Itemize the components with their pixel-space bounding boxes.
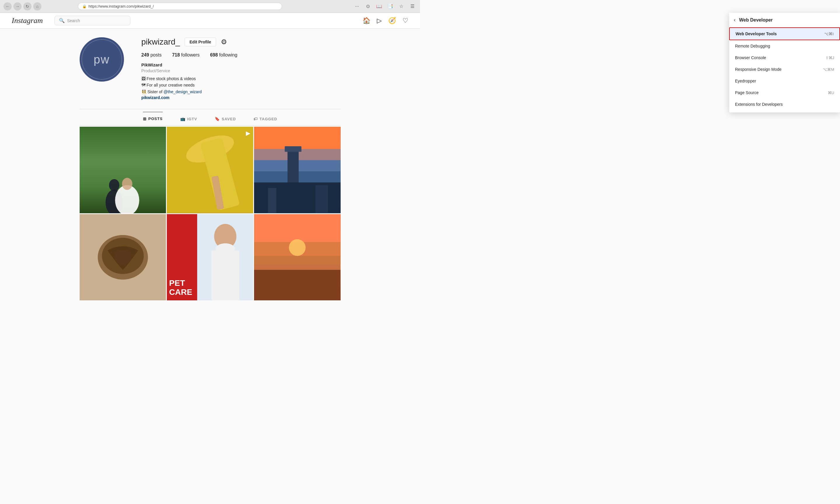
followers-label: followers — [181, 52, 200, 57]
search-bar[interactable]: 🔍 — [54, 16, 131, 25]
avatar: pw — [80, 37, 124, 82]
post-thumb-sunset[interactable] — [254, 214, 340, 300]
wedding-image — [80, 127, 166, 213]
username-row: pikwizard_ Edit Profile ⚙ — [141, 37, 341, 47]
nav-icons: 🏠 ▷ 🧭 ♡ — [362, 17, 408, 24]
page-wrapper: ← → ↻ ⌂ 🔒 https://www.instagram.com/pikw… — [0, 0, 420, 300]
svg-point-19 — [114, 250, 131, 264]
bookmark-button[interactable]: ☆ — [397, 2, 406, 11]
svg-rect-12 — [285, 146, 301, 152]
edit-profile-button[interactable]: Edit Profile — [185, 38, 216, 46]
petcare-person-section — [197, 214, 254, 300]
avatar-wrap: pw — [80, 37, 124, 82]
svg-rect-14 — [268, 188, 276, 213]
tagged-tab-icon: 🏷 — [254, 116, 258, 121]
sister-link[interactable]: @the_design_wizard — [164, 89, 202, 94]
tab-saved[interactable]: 🔖 SAVED — [215, 112, 236, 125]
posts-stat: 249 posts — [141, 52, 161, 58]
browser-chrome: ← → ↻ ⌂ 🔒 https://www.instagram.com/pikw… — [0, 0, 420, 13]
menu-button[interactable]: ☰ — [408, 2, 416, 11]
back-button[interactable]: ← — [3, 2, 12, 11]
browser-right-icons: ··· ⊙ 📖 📑 ☆ ☰ — [353, 2, 416, 11]
category: Product/Service — [141, 69, 341, 73]
tab-tagged[interactable]: 🏷 TAGGED — [254, 112, 277, 125]
followers-count: 718 — [172, 52, 180, 57]
post-thumb-wedding[interactable] — [80, 127, 166, 213]
direct-nav-icon[interactable]: ▷ — [377, 17, 382, 24]
profile-section: pw pikwizard_ Edit Profile ⚙ 249 posts — [80, 37, 341, 109]
post-thumb-coffee[interactable] — [80, 214, 166, 300]
post-thumb-surfboard[interactable]: ▶ — [167, 127, 253, 213]
instagram-header: Instagram 🔍 🏠 ▷ 🧭 ♡ — [0, 13, 420, 29]
more-button[interactable]: ··· — [353, 2, 361, 11]
followers-stat[interactable]: 718 followers — [172, 52, 200, 58]
posts-grid: ▶ — [80, 127, 341, 300]
surfboard-image — [167, 127, 253, 213]
play-button[interactable]: ▶ — [246, 130, 250, 137]
address-bar[interactable]: 🔒 https://www.instagram.com/pikwizard_/ — [78, 3, 282, 10]
igtv-tab-label: IGTV — [187, 117, 197, 121]
avatar-inner: pw — [81, 38, 123, 81]
svg-point-23 — [215, 243, 235, 254]
search-input[interactable] — [67, 18, 126, 23]
petcare-label-line2: CARE — [169, 288, 192, 297]
post-thumb-city[interactable] — [254, 127, 340, 213]
url-text: https://www.instagram.com/pikwizard_/ — [88, 4, 154, 8]
refresh-button[interactable]: ↻ — [23, 2, 32, 11]
posts-tab-label: POSTS — [149, 116, 163, 121]
activity-nav-icon[interactable]: ♡ — [402, 17, 408, 24]
bio-line2: 🗺 For all your creative needs — [141, 82, 341, 88]
tab-posts[interactable]: ⊞ POSTS — [143, 112, 163, 125]
svg-rect-15 — [315, 185, 328, 213]
avatar-ring — [82, 39, 122, 79]
search-icon: 🔍 — [59, 18, 65, 23]
security-icon: 🔒 — [82, 4, 87, 8]
settings-icon[interactable]: ⚙ — [221, 38, 227, 46]
following-stat[interactable]: 698 following — [210, 52, 237, 58]
forward-button[interactable]: → — [13, 2, 21, 11]
display-name: PikWizard — [141, 62, 341, 67]
saved-tab-label: SAVED — [222, 117, 236, 121]
bio-line1: 🖼 Free stock photos & videos — [141, 75, 341, 82]
posts-count: 249 — [141, 52, 149, 57]
username: pikwizard_ — [141, 37, 180, 47]
igtv-tab-icon: 📺 — [180, 116, 186, 121]
profile-stats: 249 posts 718 followers 698 following — [141, 52, 341, 58]
instagram-logo: Instagram — [12, 16, 43, 25]
svg-point-28 — [289, 239, 306, 256]
reader-button[interactable]: 📖 — [375, 2, 383, 11]
petcare-red-section: PET CARE — [167, 214, 197, 300]
tab-igtv[interactable]: 📺 IGTV — [180, 112, 197, 125]
following-count: 698 — [210, 52, 218, 57]
pocket-button[interactable]: ⊙ — [364, 2, 372, 11]
bio-line3: 👯 Sister of @the_design_wizard — [141, 89, 341, 95]
saved-tab-icon: 🔖 — [215, 116, 220, 121]
posts-label: posts — [151, 52, 161, 57]
explore-nav-icon[interactable]: 🧭 — [388, 17, 396, 24]
post-thumb-petcare[interactable]: PET CARE — [167, 214, 253, 300]
svg-rect-22 — [211, 250, 239, 300]
synced-tabs-button[interactable]: 📑 — [386, 2, 394, 11]
svg-rect-27 — [254, 270, 340, 300]
following-label: following — [219, 52, 237, 57]
home-button[interactable]: ⌂ — [33, 2, 41, 11]
city-image — [254, 127, 340, 213]
profile-tabs: ⊞ POSTS 📺 IGTV 🔖 SAVED 🏷 TAGGED — [80, 112, 341, 126]
website-link[interactable]: pikwizard.com — [141, 95, 169, 100]
instagram-main: pw pikwizard_ Edit Profile ⚙ 249 posts — [74, 29, 346, 300]
posts-tab-icon: ⊞ — [143, 116, 147, 121]
tagged-tab-label: TAGGED — [260, 117, 277, 121]
svg-point-3 — [122, 178, 133, 190]
profile-info: pikwizard_ Edit Profile ⚙ 249 posts 718 … — [141, 37, 341, 100]
svg-point-1 — [109, 179, 119, 191]
petcare-label-line1: PET — [169, 279, 185, 288]
home-nav-icon[interactable]: 🏠 — [362, 17, 371, 24]
browser-nav-buttons: ← → ↻ ⌂ — [3, 2, 41, 11]
